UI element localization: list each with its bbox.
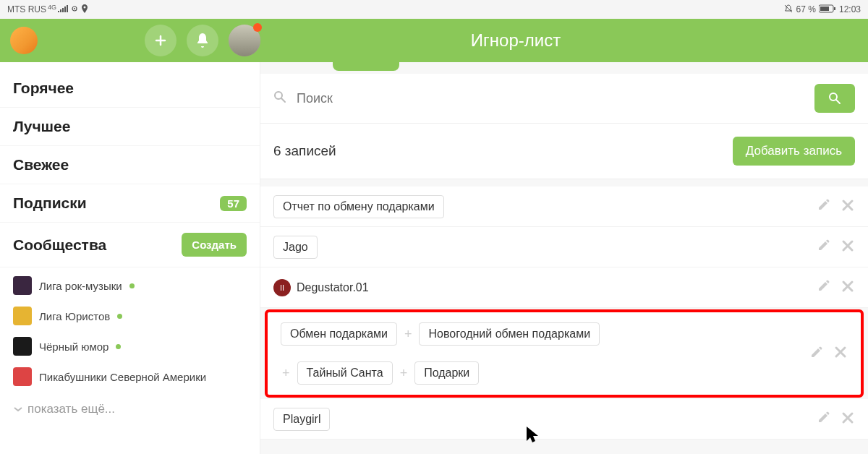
community-item[interactable]: Лига Юристов <box>0 301 260 331</box>
entry-tag[interactable]: Отчет по обмену подарками <box>273 195 444 218</box>
status-bar: MTS RUS 4G 67 % 12:03 <box>0 0 868 19</box>
community-item[interactable]: Пикабушники Северной Америки <box>0 361 260 392</box>
entry-count: 6 записей <box>273 143 336 159</box>
location-icon <box>81 4 88 15</box>
edit-icon[interactable] <box>817 279 830 296</box>
chevron-down-icon <box>13 402 23 416</box>
mute-icon <box>783 4 793 16</box>
community-name: Лига рок-музыки <box>39 280 122 292</box>
show-more-button[interactable]: показать ещё... <box>0 395 260 424</box>
community-name: Пикабушники Северной Америки <box>39 371 206 383</box>
app-header: Игнор-лист <box>0 19 868 62</box>
search-row <box>260 74 868 124</box>
svg-rect-4 <box>834 7 835 10</box>
delete-icon[interactable] <box>841 197 855 217</box>
search-input[interactable] <box>297 91 804 106</box>
nav-hot[interactable]: Горячее <box>0 69 260 108</box>
add-post-button[interactable] <box>145 25 176 56</box>
delete-icon[interactable] <box>841 278 855 298</box>
nav-communities-label: Сообщества <box>13 236 106 254</box>
nav-best-label: Лучшее <box>13 118 70 135</box>
delete-icon[interactable] <box>841 409 855 429</box>
entry-row: Отчет по обмену подарками <box>260 187 868 227</box>
online-dot-icon <box>116 344 121 349</box>
user-avatar-icon: II <box>273 279 291 296</box>
online-dot-icon <box>129 283 135 288</box>
svg-rect-3 <box>820 7 829 11</box>
plus-connector-icon[interactable]: + <box>403 327 414 342</box>
main-content: 6 записей Добавить запись Отчет по обмен… <box>260 62 868 454</box>
nav-hot-label: Горячее <box>13 80 74 97</box>
community-thumb <box>13 367 32 386</box>
search-icon <box>273 90 286 107</box>
entry-user-name: Degustator.01 <box>297 281 369 294</box>
create-community-button[interactable]: Создать <box>182 233 247 257</box>
entry-row: Обмен подарками+Новогодний обмен подарка… <box>265 309 864 398</box>
carrier-label: MTS RUS <box>7 4 46 14</box>
app-logo[interactable] <box>10 27 38 54</box>
battery-icon <box>819 4 836 15</box>
entry-tag[interactable]: Тайный Санта <box>297 361 393 385</box>
signal-icon <box>58 4 68 14</box>
community-item[interactable]: Лига рок-музыки <box>0 270 260 301</box>
community-list: Лига рок-музыкиЛига ЮристовЧёрный юморПи… <box>0 267 260 395</box>
sidebar: Горячее Лучшее Свежее Подписки 57 Сообще… <box>0 62 260 454</box>
edit-icon[interactable] <box>817 198 830 215</box>
svg-point-1 <box>74 8 75 9</box>
page-title: Игнор-лист <box>260 30 771 51</box>
clock: 12:03 <box>839 4 861 14</box>
online-dot-icon <box>117 314 122 319</box>
nav-subs-label: Подписки <box>13 194 87 212</box>
community-name: Чёрный юмор <box>39 340 109 353</box>
edit-icon[interactable] <box>817 411 830 427</box>
entry-tag[interactable]: Jago <box>273 236 318 259</box>
community-thumb <box>13 276 32 295</box>
entry-tag[interactable]: Playgirl <box>273 408 330 431</box>
community-item[interactable]: Чёрный юмор <box>0 331 260 361</box>
entry-user[interactable]: IIDegustator.01 <box>273 276 369 299</box>
entry-tag[interactable]: Подарки <box>414 361 479 385</box>
edit-icon[interactable] <box>810 346 823 362</box>
delete-icon[interactable] <box>833 343 848 364</box>
nav-subscriptions[interactable]: Подписки 57 <box>0 184 260 223</box>
network-type: 4G <box>48 4 56 11</box>
entry-tag[interactable]: Новогодний обмен подарками <box>419 322 600 346</box>
subs-count-badge: 57 <box>220 196 247 211</box>
nav-best[interactable]: Лучшее <box>0 108 260 146</box>
nav-fresh[interactable]: Свежее <box>0 146 260 184</box>
notifications-button[interactable] <box>187 25 218 56</box>
entry-tag[interactable]: Обмен подарками <box>281 322 397 346</box>
battery-pct: 67 % <box>796 4 816 14</box>
nav-fresh-label: Свежее <box>13 156 69 174</box>
nav-communities[interactable]: Сообщества Создать <box>0 223 260 267</box>
active-tab-indicator <box>333 62 399 71</box>
entry-row: IIDegustator.01 <box>260 267 868 308</box>
add-entry-button[interactable]: Добавить запись <box>733 137 855 166</box>
count-row: 6 записей Добавить запись <box>260 124 868 179</box>
plus-connector-icon[interactable]: + <box>399 366 409 381</box>
profile-avatar[interactable] <box>229 25 260 56</box>
edit-icon[interactable] <box>817 239 830 255</box>
delete-icon[interactable] <box>841 237 855 257</box>
entries-list: Отчет по обмену подаркамиJagoIIDegustato… <box>260 187 868 440</box>
entry-row: Jago <box>260 227 868 267</box>
show-more-label: показать ещё... <box>27 402 115 416</box>
community-thumb <box>13 307 32 325</box>
entry-row: Playgirl <box>260 399 868 440</box>
wifi-dot-icon <box>71 4 78 14</box>
community-name: Лига Юристов <box>39 310 110 322</box>
community-thumb <box>13 337 32 356</box>
search-button[interactable] <box>814 84 855 113</box>
plus-connector-icon[interactable]: + <box>281 366 292 381</box>
